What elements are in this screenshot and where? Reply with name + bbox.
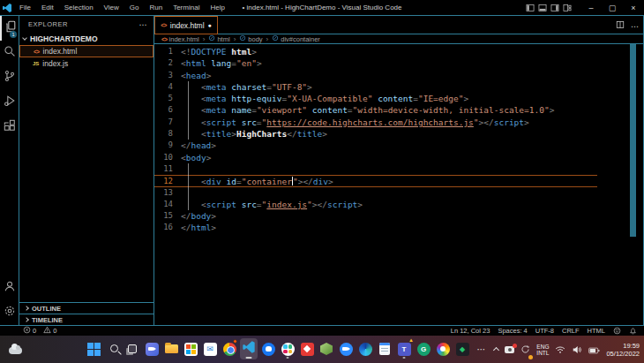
menu-edit[interactable]: Edit: [36, 0, 59, 15]
bell-icon[interactable]: [629, 327, 637, 335]
menu-file[interactable]: File: [14, 0, 36, 15]
layout-customize-icon[interactable]: [563, 4, 572, 12]
token: >: [328, 177, 333, 186]
taskbar-app-edge[interactable]: [356, 338, 374, 359]
taskbar-app-red-diamond-app[interactable]: [298, 338, 316, 359]
language-indicator[interactable]: ENGINTL: [536, 344, 549, 356]
tray-sync-icon[interactable]: [520, 342, 530, 358]
taskbar-app-green-diamond-app[interactable]: ◆: [453, 338, 471, 359]
status-spaces[interactable]: Spaces: 4: [498, 327, 527, 335]
crumb-body[interactable]: body: [239, 34, 262, 43]
time: 19:59: [606, 342, 640, 350]
js-file-icon: JS: [33, 61, 39, 66]
menu-selection[interactable]: Selection: [59, 0, 99, 15]
taskbar-app-mail[interactable]: ✉: [201, 338, 219, 359]
taskbar-app-teams[interactable]: T▲: [395, 338, 413, 359]
activity-source-control[interactable]: [0, 65, 19, 90]
split-editor-icon[interactable]: [616, 17, 625, 33]
status-ln[interactable]: Ln 12, Col 23: [451, 327, 490, 335]
activity-explorer[interactable]: 1: [0, 16, 19, 41]
token: [181, 129, 201, 139]
activity-search[interactable]: [0, 41, 19, 65]
crumb-html[interactable]: html: [208, 34, 229, 43]
errors-count[interactable]: 0: [23, 326, 36, 336]
taskbar-app-grammarly[interactable]: G: [415, 338, 432, 359]
activity-accounts[interactable]: [0, 276, 19, 300]
maximize-button[interactable]: ▢: [602, 0, 623, 15]
code-editor[interactable]: 1<!DOCTYPE html>2<html lang="en">3<head>…: [154, 44, 643, 325]
activity-extensions[interactable]: [0, 115, 19, 140]
editor-scrollbar[interactable]: [630, 44, 636, 237]
search-icon: [4, 45, 16, 61]
file-index.html[interactable]: <>index.html: [19, 45, 154, 57]
token: "en": [236, 58, 257, 68]
menu-help[interactable]: Help: [205, 0, 229, 15]
tab-index-html[interactable]: <> index.html ●: [154, 16, 218, 34]
warnings-count[interactable]: 0: [43, 326, 56, 336]
crumb-index-html[interactable]: <>index.html: [161, 35, 199, 43]
widgets-button[interactable]: [9, 336, 22, 363]
taskbar-app-search[interactable]: [104, 338, 122, 359]
clock[interactable]: 19:5905/12/2022: [606, 342, 640, 358]
windows-start-icon: [87, 343, 101, 356]
token: >: [211, 211, 216, 221]
activity-run-debug[interactable]: [0, 90, 19, 115]
battery-icon[interactable]: [588, 342, 600, 358]
activity-settings[interactable]: [0, 300, 19, 325]
folder-root[interactable]: HIGHCHARTDEMO: [19, 33, 154, 45]
file-index.js[interactable]: JSindex.js: [19, 57, 154, 70]
code-line: 1<!DOCTYPE html>: [154, 46, 643, 57]
menu-view[interactable]: View: [99, 0, 124, 15]
taskbar-app-vscode[interactable]: [240, 338, 258, 359]
layout-secondary-sidebar-icon[interactable]: [550, 4, 559, 12]
teams-icon: T: [398, 343, 411, 356]
taskbar-app-notepad[interactable]: [376, 338, 393, 359]
taskbar-app-task-view[interactable]: [124, 338, 141, 359]
taskbar-app-paint[interactable]: [434, 338, 452, 359]
explorer-title: EXPLORER: [28, 20, 68, 28]
volume-icon[interactable]: [572, 342, 582, 358]
taskbar-app-slack[interactable]: [279, 338, 296, 359]
more-actions-icon[interactable]: ⋯: [631, 17, 639, 33]
section-outline[interactable]: OUTLINE: [19, 302, 154, 314]
explorer-more-actions-icon[interactable]: ⋯: [139, 20, 148, 29]
token: title: [206, 129, 232, 139]
breadcrumb: <>index.html›html›body›div#container: [154, 34, 643, 44]
taskbar-app-file-explorer[interactable]: [162, 338, 180, 359]
code-line: 6 <meta name="viewport" content="width=d…: [154, 104, 643, 116]
minimize-button[interactable]: –: [580, 0, 602, 15]
taskbar-app-overflow[interactable]: ⋯: [473, 338, 490, 359]
taskbar-app-store[interactable]: [182, 338, 199, 359]
mail-icon: ✉: [204, 343, 217, 356]
taskbar-app-chat[interactable]: [143, 338, 161, 359]
wifi-icon[interactable]: [555, 342, 565, 358]
slack-icon: [281, 343, 295, 356]
layout-sidebar-icon[interactable]: [526, 4, 535, 12]
taskbar-app-chrome[interactable]: [221, 338, 238, 359]
status-utf8[interactable]: UTF-8: [535, 327, 554, 335]
tray-camera-icon[interactable]: [505, 346, 514, 353]
token: script: [494, 117, 524, 127]
crumb-div-container[interactable]: div#container: [272, 34, 320, 43]
menu-go[interactable]: Go: [124, 0, 145, 15]
hidden-icons-chevron-icon[interactable]: [493, 347, 499, 353]
taskbar-app-blue-circle-app[interactable]: [259, 338, 277, 359]
section-timeline[interactable]: TIMELINE: [19, 314, 154, 325]
editor-group: <> index.html ● ⋯ <>index.html›html›body…: [154, 16, 643, 325]
token: charset: [231, 82, 266, 92]
layout-panel-icon[interactable]: [538, 4, 547, 12]
close-button[interactable]: ×: [623, 0, 644, 15]
code-line: 8 <title>HighCharts</title>: [154, 128, 643, 140]
menu-run[interactable]: Run: [144, 0, 168, 15]
status-html[interactable]: HTML: [588, 327, 605, 335]
taskbar-app-green-cube-app[interactable]: [318, 338, 335, 359]
taskbar-app-start[interactable]: [85, 338, 102, 359]
line-number: 10: [154, 152, 181, 163]
extensions-icon: [4, 119, 16, 135]
edge-icon: [359, 343, 372, 356]
taskbar-app-zoom[interactable]: [337, 338, 355, 359]
feedback-icon[interactable]: [613, 327, 621, 335]
status-crlf[interactable]: CRLF: [562, 327, 580, 335]
token: DOCTYPE: [191, 47, 226, 57]
menu-terminal[interactable]: Terminal: [168, 0, 205, 15]
